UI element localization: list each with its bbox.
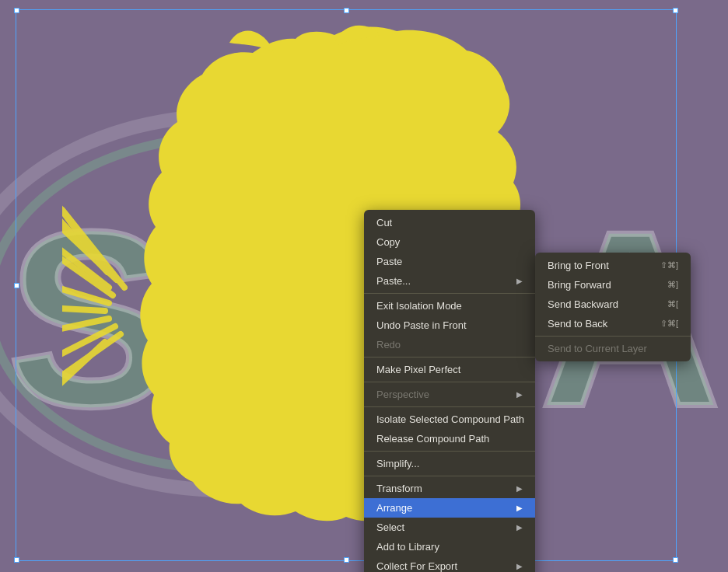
divider-6 xyxy=(364,476,535,476)
menu-item-paste-submenu[interactable]: Paste... ▶ xyxy=(364,271,535,291)
submenu-item-bring-forward[interactable]: Bring Forward ⌘] xyxy=(535,275,691,295)
menu-item-arrange[interactable]: Arrange ▶ xyxy=(364,498,535,518)
svg-line-10 xyxy=(62,179,101,264)
submenu-item-send-to-back[interactable]: Send to Back ⇧⌘[ xyxy=(535,314,691,333)
menu-item-select[interactable]: Select ▶ xyxy=(364,518,535,537)
menu-item-cut[interactable]: Cut xyxy=(364,213,535,232)
menu-item-copy[interactable]: Copy xyxy=(364,232,535,252)
arrow-icon-transform: ▶ xyxy=(516,484,523,493)
menu-item-make-pixel-perfect[interactable]: Make Pixel Perfect xyxy=(364,360,535,379)
submenu-divider xyxy=(535,336,691,337)
divider-3 xyxy=(364,382,535,382)
arrow-icon-arrange: ▶ xyxy=(516,504,523,512)
divider-2 xyxy=(364,357,535,358)
menu-item-transform[interactable]: Transform ▶ xyxy=(364,479,535,498)
submenu-item-send-to-current-layer[interactable]: Send to Current Layer xyxy=(535,339,691,358)
context-menu: Cut Copy Paste Paste... ▶ Exit Isolation… xyxy=(364,210,535,572)
shortcut-bring-to-front: ⇧⌘] xyxy=(660,260,678,270)
menu-item-add-to-library[interactable]: Add to Library xyxy=(364,537,535,556)
arrow-icon-perspective: ▶ xyxy=(516,390,523,399)
menu-item-paste[interactable]: Paste xyxy=(364,252,535,271)
svg-line-4 xyxy=(62,307,105,311)
submenu-item-send-backward[interactable]: Send Backward ⌘[ xyxy=(535,295,691,314)
shortcut-bring-forward: ⌘] xyxy=(667,280,678,290)
shortcut-send-backward: ⌘[ xyxy=(667,299,678,309)
submenu-item-bring-to-front[interactable]: Bring to Front ⇧⌘] xyxy=(535,256,691,275)
menu-item-release-compound[interactable]: Release Compound Path xyxy=(364,429,535,448)
arrow-icon: ▶ xyxy=(516,277,523,285)
divider-1 xyxy=(364,293,535,294)
menu-item-simplify[interactable]: Simplify... xyxy=(364,454,535,473)
menu-item-perspective[interactable]: Perspective ▶ xyxy=(364,385,535,404)
menu-item-isolate-compound[interactable]: Isolate Selected Compound Path xyxy=(364,410,535,429)
menu-item-exit-isolation[interactable]: Exit Isolation Mode xyxy=(364,296,535,316)
menu-item-collect-export[interactable]: Collect For Export ▶ xyxy=(364,556,535,572)
divider-4 xyxy=(364,406,535,407)
divider-5 xyxy=(364,451,535,452)
menu-item-undo-paste[interactable]: Undo Paste in Front xyxy=(364,316,535,335)
arrow-icon-select: ▶ xyxy=(516,523,523,532)
shortcut-send-to-back: ⇧⌘[ xyxy=(660,319,678,329)
arrow-icon-collect: ▶ xyxy=(516,562,523,570)
arrange-submenu: Bring to Front ⇧⌘] Bring Forward ⌘] Send… xyxy=(535,253,691,361)
menu-item-redo[interactable]: Redo xyxy=(364,335,535,354)
